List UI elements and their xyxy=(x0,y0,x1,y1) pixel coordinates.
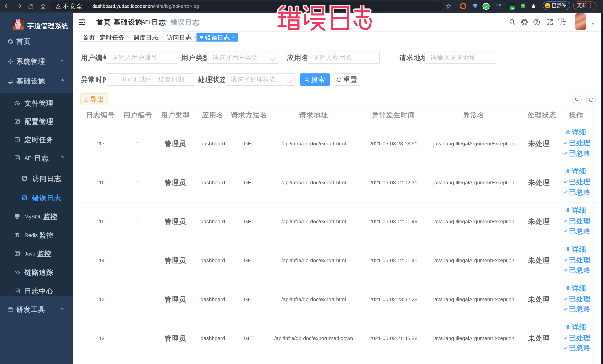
svg-text:on: on xyxy=(511,7,514,9)
